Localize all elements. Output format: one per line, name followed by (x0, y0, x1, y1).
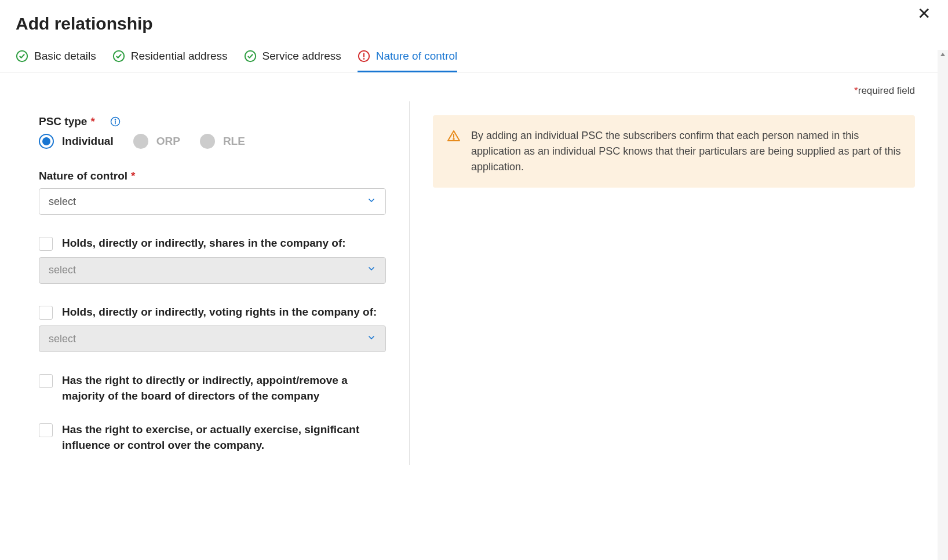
voting-rights-select: select (39, 325, 386, 352)
svg-point-8 (115, 119, 115, 120)
radio-icon (39, 134, 54, 149)
radio-label: ORP (156, 135, 180, 148)
scrollbar[interactable] (938, 50, 948, 560)
warning-alert: By adding an individual PSC the subscrib… (433, 115, 915, 188)
radio-rle: RLE (200, 134, 245, 149)
radio-individual[interactable]: Individual (39, 134, 114, 149)
svg-point-5 (363, 58, 364, 59)
alert-circle-icon (358, 50, 370, 63)
radio-label: Individual (62, 135, 114, 148)
select-placeholder: select (49, 264, 76, 276)
tab-label: Basic details (34, 50, 96, 63)
tabs-bar: Basic details Residential address Servic… (0, 44, 948, 72)
check-circle-icon (244, 50, 257, 63)
check-circle-icon (16, 50, 28, 63)
nature-of-control-select[interactable]: select (39, 188, 386, 215)
page-title: Add relationship (0, 0, 948, 44)
svg-point-10 (453, 138, 454, 140)
radio-label: RLE (223, 135, 245, 148)
psc-type-radio-group: Individual ORP RLE (39, 134, 386, 149)
required-field-note: *required field (16, 72, 932, 97)
scrollbar-up-arrow[interactable] (938, 50, 948, 59)
radio-orp: ORP (133, 134, 180, 149)
checkbox-significant-influence[interactable] (39, 423, 53, 437)
chevron-down-icon (367, 333, 376, 345)
select-placeholder: select (49, 196, 76, 208)
alert-text: By adding an individual PSC the subscrib… (471, 128, 901, 175)
warning-triangle-icon (447, 129, 461, 143)
form-column: PSC type* Individual ORP (16, 101, 410, 465)
radio-icon (200, 134, 215, 149)
tab-residential-address[interactable]: Residential address (112, 44, 228, 72)
checkbox-label: Has the right to exercise, or actually e… (62, 422, 386, 453)
checkbox-voting-rights[interactable] (39, 306, 53, 320)
tab-label: Residential address (131, 50, 228, 63)
checkbox-label: Has the right to directly or indirectly,… (62, 373, 386, 404)
tab-basic-details[interactable]: Basic details (16, 44, 96, 72)
close-button[interactable]: ✕ (917, 6, 931, 22)
info-icon[interactable] (110, 116, 121, 127)
select-placeholder: select (49, 333, 76, 345)
info-column: By adding an individual PSC the subscrib… (433, 101, 932, 465)
check-circle-icon (112, 50, 125, 63)
tab-label: Service address (262, 50, 341, 63)
checkbox-label: Holds, directly or indirectly, voting ri… (62, 305, 377, 320)
checkbox-appoint-remove-directors[interactable] (39, 374, 53, 388)
shares-select: select (39, 257, 386, 284)
radio-icon (133, 134, 148, 149)
chevron-down-icon (367, 196, 376, 208)
nature-of-control-label: Nature of control* (39, 170, 386, 182)
tab-service-address[interactable]: Service address (244, 44, 341, 72)
checkbox-label: Holds, directly or indirectly, shares in… (62, 236, 346, 251)
chevron-down-icon (367, 264, 376, 276)
checkbox-shares[interactable] (39, 237, 53, 251)
tab-nature-of-control[interactable]: Nature of control (358, 44, 457, 72)
psc-type-label: PSC type* (39, 115, 386, 128)
tab-label: Nature of control (376, 50, 457, 63)
